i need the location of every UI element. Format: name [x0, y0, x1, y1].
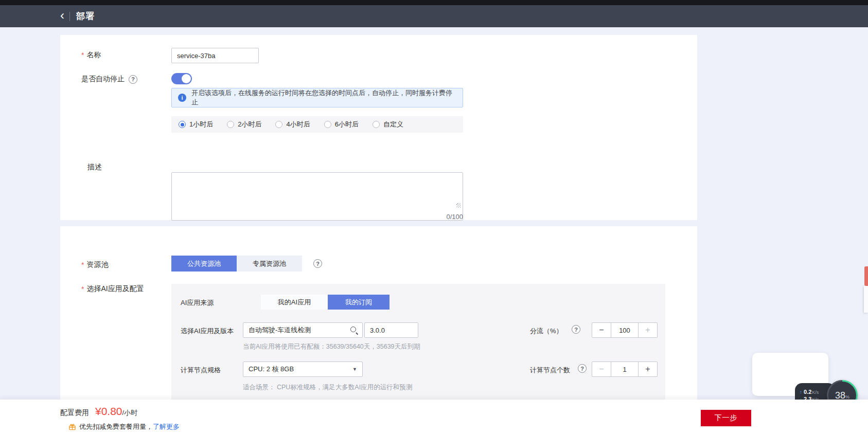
- plus-button[interactable]: +: [639, 362, 657, 376]
- required-mark: *: [81, 285, 84, 293]
- auto-stop-info-text: 开启该选项后，在线服务的运行时间将在您选择的时间点后，自动停止，同时服务计费停止: [191, 88, 456, 107]
- basic-info-card: * 名称 是否自动停止 ? i 开启该选项后，在线服务的运行时间将在您选择的时间…: [60, 35, 697, 220]
- textarea-resize-handle[interactable]: [456, 203, 461, 208]
- ai-app-search-box: [243, 322, 363, 338]
- required-mark: *: [81, 51, 84, 59]
- minus-button[interactable]: −: [592, 323, 611, 337]
- resource-pool-tabs: 公共资源池 专属资源池: [171, 256, 302, 272]
- resource-config-card: * 资源池 公共资源池 专属资源池 ? * 选择AI应用及配置 AI应用来源 我…: [60, 226, 697, 400]
- browser-top-strip: [0, 0, 868, 5]
- ai-app-version-label: 选择AI应用及版本: [181, 327, 234, 336]
- ai-app-config-panel: AI应用来源 我的AI应用 我的订阅 选择AI应用及版本 分流（%） ? − 1…: [171, 284, 665, 400]
- description-char-counter: 0/100: [171, 213, 463, 221]
- free-tier-tip: 优先扣减免费套餐用量， 了解更多: [68, 422, 180, 431]
- header-divider: [69, 12, 70, 21]
- node-count-label: 计算节点个数: [530, 366, 570, 375]
- help-icon[interactable]: ?: [578, 364, 587, 373]
- radio-circle[interactable]: [373, 121, 380, 128]
- plus-button[interactable]: +: [639, 323, 657, 337]
- ai-source-label: AI应用来源: [181, 298, 214, 308]
- traffic-value[interactable]: 100: [611, 323, 639, 337]
- version-input[interactable]: [364, 322, 418, 338]
- traffic-stepper: − 100 +: [592, 322, 658, 338]
- required-mark: *: [81, 261, 84, 269]
- gift-icon: [68, 423, 76, 431]
- free-tier-text: 优先扣减免费套餐用量，: [79, 422, 153, 431]
- auto-stop-duration-group: 1小时后 2小时后 4小时后 6小时后 自定义: [171, 116, 463, 133]
- node-spec-select[interactable]: CPU: 2 核 8GB ▼: [243, 361, 363, 377]
- name-input[interactable]: [171, 48, 259, 63]
- quota-hint: 当前AI应用将使用已有配额：35639/35640天，35639天后到期: [243, 342, 420, 351]
- auto-stop-label: 是否自动停止 ?: [81, 75, 137, 84]
- traffic-label: 分流（%）: [530, 327, 563, 336]
- node-spec-label: 计算节点规格: [181, 366, 221, 375]
- next-step-button[interactable]: 下一步: [701, 410, 751, 426]
- help-icon[interactable]: ?: [313, 259, 322, 268]
- ai-source-tabs: 我的AI应用 我的订阅: [261, 295, 389, 310]
- radio-option-6h[interactable]: 6小时后: [324, 120, 359, 129]
- footer-bar: 配置费用 ¥0.80 /小时 优先扣减免费套餐用量， 了解更多 下一步: [0, 400, 868, 434]
- tab-public-pool[interactable]: 公共资源池: [171, 256, 237, 272]
- help-icon[interactable]: ?: [129, 75, 137, 84]
- page-title: 部署: [76, 10, 95, 22]
- page-header: ‹ 部署: [0, 5, 868, 27]
- auto-stop-info-banner: i 开启该选项后，在线服务的运行时间将在您选择的时间点后，自动停止，同时服务计费…: [171, 88, 463, 107]
- radio-circle[interactable]: [179, 121, 186, 128]
- radio-option-1h[interactable]: 1小时后: [179, 120, 213, 129]
- radio-circle[interactable]: [324, 121, 331, 128]
- radio-option-2h[interactable]: 2小时后: [227, 120, 261, 129]
- search-icon[interactable]: [350, 326, 358, 334]
- help-icon[interactable]: ?: [572, 325, 580, 334]
- node-count-stepper: − 1 +: [592, 361, 658, 377]
- edge-feedback-tab[interactable]: [864, 266, 868, 286]
- tab-my-ai-apps[interactable]: 我的AI应用: [261, 295, 328, 310]
- ai-app-config-label: * 选择AI应用及配置: [81, 284, 144, 294]
- resource-pool-label: * 资源池: [81, 260, 108, 269]
- price-value: ¥0.80: [95, 405, 122, 418]
- cost-label: 配置费用: [60, 408, 89, 418]
- chevron-down-icon: ▼: [352, 367, 357, 372]
- radio-circle[interactable]: [227, 121, 234, 128]
- tab-my-subscriptions[interactable]: 我的订阅: [328, 295, 389, 310]
- radio-option-4h[interactable]: 4小时后: [275, 120, 310, 129]
- minus-button[interactable]: −: [592, 362, 611, 376]
- description-label: 描述: [87, 162, 102, 172]
- auto-stop-toggle[interactable]: [171, 73, 192, 84]
- upload-speed: 0.2: [804, 389, 811, 395]
- node-spec-value: CPU: 2 核 8GB: [249, 365, 294, 374]
- node-spec-hint: 适合场景： CPU标准规格，满足大多数AI应用的运行和预测: [243, 383, 412, 392]
- radio-circle[interactable]: [275, 121, 282, 128]
- ai-app-search-input[interactable]: [243, 322, 363, 338]
- toggle-knob: [182, 74, 191, 83]
- node-count-value[interactable]: 1: [611, 362, 639, 376]
- price-unit: /小时: [122, 408, 138, 418]
- info-icon: i: [178, 94, 186, 102]
- edge-panel-tab[interactable]: [864, 286, 868, 313]
- cost-summary: 配置费用 ¥0.80 /小时: [60, 405, 137, 418]
- tab-dedicated-pool[interactable]: 专属资源池: [237, 256, 302, 272]
- learn-more-link[interactable]: 了解更多: [153, 422, 180, 431]
- upload-arrow-icon: ↑: [800, 390, 802, 395]
- radio-option-custom[interactable]: 自定义: [373, 120, 403, 129]
- name-label: * 名称: [81, 50, 101, 60]
- back-icon[interactable]: ‹: [60, 9, 68, 24]
